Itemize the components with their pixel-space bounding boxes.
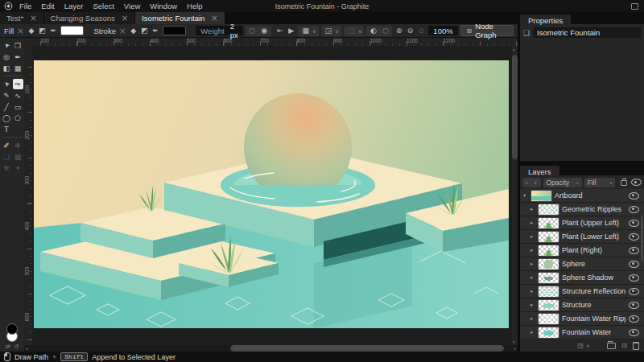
opacity-field[interactable]: Opacity -	[543, 178, 582, 187]
layer-row[interactable]: ▾ Artboard	[520, 189, 644, 202]
fill-eyedropper-icon[interactable]: ✒	[49, 27, 58, 35]
clone-tool[interactable]: ❏	[2, 151, 12, 162]
visibility-icon[interactable]	[629, 288, 639, 295]
close-icon[interactable]: ×	[211, 14, 217, 23]
zoom-in-icon[interactable]: ⊕	[394, 27, 403, 35]
relight-tool[interactable]: ❋	[2, 162, 12, 173]
text-tool[interactable]: T	[2, 124, 12, 134]
gradient-tool[interactable]: ▦	[13, 63, 23, 73]
fill-gradient-icon[interactable]: ◩	[38, 27, 47, 35]
layer-row[interactable]: ▸ Plant (Lower Left)	[520, 230, 644, 243]
visibility-icon[interactable]	[629, 206, 639, 213]
pencil-tool[interactable]: ✎	[2, 90, 12, 101]
stroke-join-icon[interactable]: ◉	[259, 27, 270, 35]
eyedropper-tool[interactable]: ✒	[13, 51, 23, 62]
blend-mode-dropdown[interactable]: - ∨	[522, 178, 541, 187]
canvas-viewport[interactable]: ▴ ▾	[32, 46, 518, 345]
stroke-eyedropper-icon[interactable]: ✒	[151, 27, 160, 35]
patch-tool[interactable]: ▩	[13, 151, 23, 162]
horizontal-scrollbar[interactable]: ◂ ▸	[24, 345, 518, 352]
visibility-icon[interactable]	[629, 329, 639, 336]
scroll-left-icon[interactable]: ◂	[26, 346, 28, 351]
layer-row[interactable]: ▸ Plant (Right)	[520, 244, 644, 257]
visibility-icon[interactable]	[629, 247, 639, 254]
menu-item[interactable]: Window	[145, 0, 182, 12]
chevron-icon[interactable]: ▾	[523, 192, 528, 199]
scroll-up-icon[interactable]: ▴	[513, 47, 515, 51]
chevron-icon[interactable]: ▸	[530, 315, 535, 322]
view-mode-dropdown[interactable]: ▦ ∨	[298, 26, 318, 36]
layers-scrollbar[interactable]	[641, 215, 643, 261]
menu-item[interactable]: Edit	[36, 0, 59, 12]
graphite-logo-icon[interactable]	[4, 2, 13, 10]
ellipse-tool[interactable]: ◯	[2, 113, 12, 123]
layer-row[interactable]: ▸ Structure Reflection	[520, 285, 644, 298]
menu-item[interactable]: File	[14, 0, 36, 12]
horizontal-scrollbar-thumb[interactable]	[231, 346, 502, 351]
layer-row[interactable]: ▸ Geometric Ripples	[520, 203, 644, 216]
chevron-icon[interactable]: ▸	[530, 329, 535, 335]
reset-colors-icon[interactable]: ↺	[14, 343, 19, 350]
document-tab[interactable]: Test* ×	[0, 12, 43, 24]
primary-color-swatch[interactable]	[6, 323, 18, 335]
swap-colors-icon[interactable]: ⇄	[6, 343, 10, 350]
vertical-scrollbar[interactable]: ▴ ▾	[512, 46, 518, 345]
locate-layer-icon[interactable]: ◳	[577, 342, 584, 349]
visibility-icon[interactable]	[629, 192, 639, 200]
visibility-icon[interactable]	[629, 220, 639, 227]
zoom-reset-icon[interactable]: ⊙	[417, 27, 426, 35]
layer-row[interactable]: ▸ Structure	[520, 298, 644, 311]
fill-tool[interactable]: ◧	[2, 63, 12, 73]
stroke-color-swatch[interactable]	[163, 26, 186, 35]
artboard-tool[interactable]: ❐	[13, 40, 23, 51]
chevron-icon[interactable]: ▸	[530, 247, 535, 253]
chevron-icon[interactable]: ▸	[530, 288, 535, 294]
caret-up-icon[interactable]: ∧	[586, 343, 589, 348]
visibility-icon[interactable]	[629, 261, 639, 268]
layer-row[interactable]: ▸ Plant (Upper Left)	[520, 216, 644, 229]
navigate-tool[interactable]: ◎	[2, 51, 12, 62]
chevron-icon[interactable]: ▸	[530, 220, 535, 226]
menu-item[interactable]: Help	[182, 0, 208, 12]
menu-item[interactable]: View	[119, 0, 145, 12]
display-outline-icon[interactable]: ◌	[380, 27, 390, 35]
stroke-cap-icon[interactable]: ◌	[247, 27, 258, 35]
chevron-icon[interactable]: ▸	[530, 274, 535, 281]
node-graph-button[interactable]: ⊞ Node Graph	[460, 25, 514, 36]
play-icon[interactable]: ▶	[287, 27, 295, 35]
visibility-icon[interactable]	[629, 233, 639, 241]
detail-tool[interactable]: ✦	[13, 162, 23, 173]
fill-field[interactable]: Fill -	[584, 178, 616, 187]
rectangle-tool[interactable]: ▭	[13, 101, 23, 112]
visibility-icon[interactable]	[631, 179, 642, 186]
polygon-tool[interactable]: ⬠	[13, 113, 23, 123]
freehand-tool[interactable]: ∿	[13, 90, 23, 101]
line-tool[interactable]: ╱	[2, 101, 12, 112]
path-tool[interactable]: ➤	[0, 76, 14, 91]
chevron-icon[interactable]: ▸	[530, 206, 535, 212]
menu-item[interactable]: Layer	[60, 0, 89, 12]
close-icon[interactable]: ×	[122, 14, 128, 23]
layer-row[interactable]: ▸ Sphere	[520, 257, 644, 270]
stroke-gradient-icon[interactable]: ◩	[140, 27, 149, 35]
layer-row[interactable]: ▸ Sphere Shadow	[520, 271, 644, 284]
layer-row[interactable]: ▸ Fountain Water	[520, 326, 644, 339]
layer-row[interactable]: ▸ Fountain Water Ripples	[520, 312, 644, 325]
delete-layer-button[interactable]	[633, 342, 639, 350]
pen-tool[interactable]: ✑	[13, 79, 23, 89]
snapping-dropdown[interactable]: ◲ ∨	[321, 26, 341, 36]
chevron-icon[interactable]: ▸	[530, 233, 535, 240]
display-solid-icon[interactable]: ◐	[368, 27, 378, 35]
chevron-icon[interactable]: ▸	[530, 261, 535, 267]
brush-tool[interactable]: ✐	[2, 140, 12, 150]
fullscreen-icon[interactable]	[631, 3, 638, 10]
vertical-scrollbar-thumb[interactable]	[513, 56, 517, 158]
fill-color-swatch[interactable]	[60, 26, 84, 35]
select-tool[interactable]: ➤	[0, 38, 14, 52]
visibility-icon[interactable]	[629, 315, 639, 323]
scroll-right-icon[interactable]: ▸	[514, 346, 516, 351]
working-colors[interactable]	[4, 323, 20, 343]
stroke-solid-icon[interactable]: ◆	[129, 27, 138, 35]
tab-properties[interactable]: Properties	[520, 14, 571, 27]
document-name-input[interactable]: Isometric Fountain	[533, 27, 641, 38]
